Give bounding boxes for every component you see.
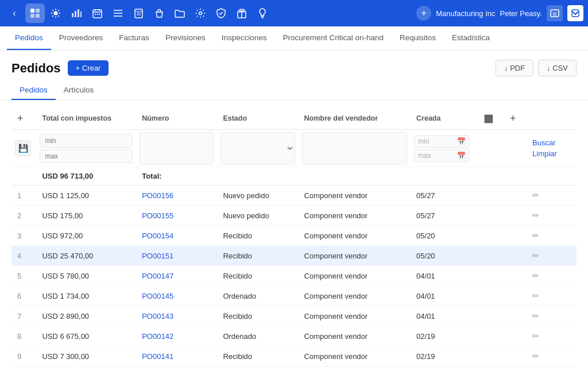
secnav-previsiones[interactable]: Previsiones xyxy=(157,26,214,50)
svg-rect-1 xyxy=(36,9,40,13)
table-row[interactable]: 9 USD 7 300,00 PO00141 Recibido Componen… xyxy=(11,346,577,366)
row-addcol-1 xyxy=(504,186,527,206)
th-add: + xyxy=(11,107,36,130)
row-edit-2[interactable]: ✏ xyxy=(527,206,577,226)
table-row[interactable]: 1 USD 1 125,00 PO00156 Nuevo pedido Comp… xyxy=(11,186,577,206)
row-numero-5: PO00147 xyxy=(136,266,217,286)
secnav-inspecciones[interactable]: Inspecciones xyxy=(214,26,275,50)
subtab-pedidos[interactable]: Pedidos xyxy=(11,81,56,100)
row-num-8: 8 xyxy=(11,326,36,346)
row-edit-9[interactable]: ✏ xyxy=(527,346,577,366)
add-column-button[interactable]: + xyxy=(510,113,516,125)
svg-rect-15 xyxy=(78,9,79,17)
filter-save-cell: 💾 xyxy=(11,130,36,167)
table-row[interactable]: 5 USD 5 780,00 PO00147 Recibido Componen… xyxy=(11,266,577,286)
subtab-articulos[interactable]: Artículos xyxy=(56,81,102,100)
row-creada-2: 05/27 xyxy=(411,206,473,226)
row-edit-6[interactable]: ✏ xyxy=(527,286,577,306)
filter-date-max[interactable]: máx 📅 xyxy=(414,149,470,162)
clear-filter-button[interactable]: Limpiar xyxy=(532,149,557,158)
row-edit-7[interactable]: ✏ xyxy=(527,306,577,326)
filter-estado-select[interactable]: Nuevo pedido Recibido Ordenado xyxy=(220,132,295,164)
bulb-icon[interactable] xyxy=(253,3,272,23)
back-icon[interactable]: ‹ xyxy=(5,3,24,23)
calendar-icon[interactable] xyxy=(87,3,107,23)
svg-rect-16 xyxy=(80,11,82,17)
row-creada-4: 05/20 xyxy=(411,246,473,266)
row-edit-5[interactable]: ✏ xyxy=(527,266,577,286)
table-row[interactable]: 8 USD 6 675,00 PO00142 Ordenado Componen… xyxy=(11,326,577,346)
row-numero-3: PO00154 xyxy=(136,226,217,246)
edit-icon: ✏ xyxy=(532,211,539,220)
sub-tabs: Pedidos Artículos xyxy=(0,81,588,101)
top-bar: ‹ xyxy=(0,0,588,26)
row-num-6: 6 xyxy=(11,286,36,306)
row-edit-1[interactable]: ✏ xyxy=(527,186,577,206)
list-lines-nav-icon[interactable] xyxy=(108,3,127,23)
secnav-procurement[interactable]: Procurement Critical on-hand xyxy=(274,26,392,50)
secnav-facturas[interactable]: Facturas xyxy=(111,26,157,50)
filter-numero[interactable] xyxy=(140,132,214,164)
book-icon[interactable] xyxy=(129,3,148,23)
filter-total-min[interactable] xyxy=(40,134,133,148)
row-vendedor-4: Component vendor xyxy=(299,246,411,266)
top-bar-left: ‹ xyxy=(5,3,414,23)
filter-addcol-cell xyxy=(504,130,527,167)
save-filter-button[interactable]: 💾 xyxy=(15,140,31,156)
table-row[interactable]: 2 USD 175,00 PO00155 Nuevo pedido Compon… xyxy=(11,206,577,226)
secnav-estadistica[interactable]: Estadística xyxy=(444,26,498,50)
row-icon-5 xyxy=(473,266,504,286)
user-menu-button[interactable] xyxy=(547,5,563,21)
svg-rect-23 xyxy=(99,14,100,15)
row-edit-8[interactable]: ✏ xyxy=(527,326,577,346)
secnav-proveedores[interactable]: Proveedores xyxy=(51,26,111,50)
row-numero-6: PO00145 xyxy=(136,286,217,306)
row-total-7: USD 2 890,00 xyxy=(36,306,136,326)
row-creada-6: 04/01 xyxy=(411,286,473,306)
svg-point-4 xyxy=(54,11,58,16)
edit-icon: ✏ xyxy=(532,291,539,300)
bag-icon[interactable] xyxy=(149,3,169,23)
filter-creada-cell: min 📅 máx 📅 xyxy=(411,130,473,167)
gift-icon[interactable] xyxy=(232,3,252,23)
list-view-icon[interactable]: ▦ xyxy=(483,113,493,124)
row-vendedor-8: Component vendor xyxy=(299,326,411,346)
filter-numero-cell xyxy=(136,130,217,167)
filter-total-max[interactable] xyxy=(40,149,133,163)
row-total-5: USD 5 780,00 xyxy=(36,266,136,286)
folder-icon[interactable] xyxy=(170,3,189,23)
secnav-pedidos[interactable]: Pedidos xyxy=(7,26,51,50)
row-addcol-7 xyxy=(504,306,527,326)
row-edit-3[interactable]: ✏ xyxy=(527,226,577,246)
gear-icon[interactable] xyxy=(191,3,210,23)
add-row-button[interactable]: + xyxy=(17,113,24,125)
page-header-left: Pedidos + Crear xyxy=(11,60,109,76)
sun-rays-icon[interactable] xyxy=(46,3,65,23)
row-numero-2: PO00155 xyxy=(136,206,217,226)
secnav-requisitos[interactable]: Requisitos xyxy=(392,26,444,50)
row-total-1: USD 1 125,00 xyxy=(36,186,136,206)
table-row[interactable]: 4 USD 25 470,00 PO00151 Recibido Compone… xyxy=(11,246,577,266)
table-row[interactable]: 7 USD 2 890,00 PO00143 Recibido Componen… xyxy=(11,306,577,326)
notification-button[interactable] xyxy=(567,5,583,21)
shield-icon[interactable] xyxy=(211,3,231,23)
row-numero-4: PO00151 xyxy=(136,246,217,266)
filter-vendedor[interactable] xyxy=(302,132,407,164)
row-total-6: USD 1 734,00 xyxy=(36,286,136,306)
filter-date-min[interactable]: min 📅 xyxy=(414,135,470,148)
row-creada-7: 04/01 xyxy=(411,306,473,326)
svg-rect-22 xyxy=(96,14,98,15)
table-row[interactable]: 6 USD 1 734,00 PO00145 Ordenado Componen… xyxy=(11,286,577,306)
new-item-button[interactable]: + xyxy=(416,6,431,21)
row-vendedor-5: Component vendor xyxy=(299,266,411,286)
chart-bar-icon[interactable] xyxy=(67,3,86,23)
row-edit-4[interactable]: ✏ xyxy=(527,246,577,266)
squares-icon[interactable] xyxy=(25,3,45,23)
search-button[interactable]: Buscar xyxy=(532,138,555,147)
total-num-cell xyxy=(11,167,36,186)
csv-export-button[interactable]: ↓ CSV xyxy=(538,60,577,76)
create-button[interactable]: + Crear xyxy=(68,60,109,76)
table-row[interactable]: 3 USD 972,00 PO00154 Recibido Component … xyxy=(11,226,577,246)
pdf-export-button[interactable]: ↓ PDF xyxy=(496,60,533,76)
th-addcol: + xyxy=(504,107,527,130)
